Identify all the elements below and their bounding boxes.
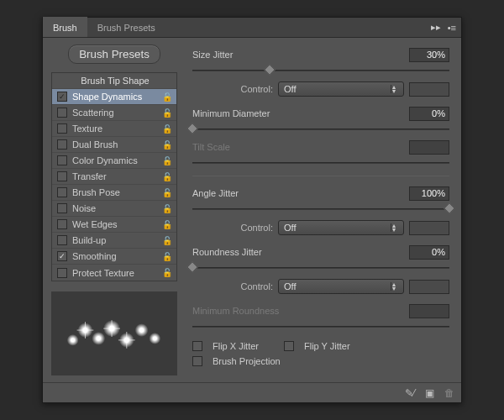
settings-column: Size Jitter30% Control:Off▴▾ Minimum Dia… — [184, 38, 461, 382]
option-protect-texture[interactable]: Protect Texture🔓 — [52, 265, 176, 281]
lock-icon[interactable]: 🔓 — [161, 252, 173, 261]
angle-jitter-slider[interactable] — [192, 203, 449, 213]
control-label: Control: — [192, 84, 273, 94]
tilt-scale-value — [409, 140, 449, 155]
control-label: Control: — [192, 281, 273, 291]
flip-x-jitter-checkbox[interactable]: Flip X Jitter — [192, 341, 259, 351]
option-shape-dynamics[interactable]: Shape Dynamics🔓 — [52, 89, 176, 105]
roundness-jitter-slider[interactable] — [192, 262, 449, 272]
size-jitter-label: Size Jitter — [192, 50, 409, 60]
tilt-scale-label: Tilt Scale — [192, 142, 409, 152]
lock-icon[interactable]: 🔓 — [161, 236, 173, 245]
option-label: Transfer — [72, 171, 107, 181]
option-transfer[interactable]: Transfer🔓 — [52, 169, 176, 185]
collapse-icon[interactable]: ▸▸ — [431, 22, 441, 33]
brush-presets-button[interactable]: Brush Presets — [68, 45, 160, 64]
lock-icon[interactable]: 🔓 — [161, 156, 173, 165]
lock-icon[interactable]: 🔓 — [161, 140, 173, 150]
size-jitter-control-select[interactable]: Off▴▾ — [278, 81, 404, 97]
brush-preview — [51, 291, 177, 375]
checkbox-icon[interactable] — [57, 92, 67, 102]
option-label: Protect Texture — [72, 268, 134, 278]
option-label: Build-up — [72, 235, 106, 245]
roundness-jitter-label: Roundness Jitter — [192, 247, 409, 257]
option-color-dynamics[interactable]: Color Dynamics🔓 — [52, 153, 176, 169]
option-wet-edges[interactable]: Wet Edges🔓 — [52, 217, 176, 233]
option-noise[interactable]: Noise🔓 — [52, 201, 176, 217]
trash-icon[interactable]: 🗑 — [444, 387, 454, 399]
checkbox-icon[interactable] — [57, 123, 67, 134]
lock-icon[interactable]: 🔓 — [161, 92, 173, 102]
svg-point-5 — [135, 323, 149, 337]
svg-point-0 — [67, 334, 79, 346]
tab-brush[interactable]: Brush — [43, 17, 87, 37]
tab-bar: Brush Brush Presets ▸▸ •≡ — [43, 18, 461, 38]
svg-point-2 — [92, 332, 105, 345]
brush-panel: Brush Brush Presets ▸▸ •≡ Brush Presets … — [42, 17, 462, 403]
toggle-preview-icon[interactable]: ✎⁄ — [405, 387, 415, 399]
panel-menu-icon[interactable]: •≡ — [448, 23, 456, 33]
checkbox-icon[interactable] — [57, 171, 67, 181]
option-label: Color Dynamics — [72, 155, 138, 165]
option-label: Scattering — [72, 108, 114, 118]
lock-icon[interactable]: 🔓 — [161, 204, 173, 213]
angle-jitter-label: Angle Jitter — [192, 188, 409, 198]
tab-brush-presets[interactable]: Brush Presets — [87, 18, 165, 37]
option-texture[interactable]: Texture🔓 — [52, 121, 176, 137]
lock-icon[interactable]: 🔓 — [161, 220, 173, 229]
roundness-jitter-value[interactable]: 0% — [409, 245, 449, 260]
flip-y-jitter-checkbox[interactable]: Flip Y Jitter — [284, 341, 350, 351]
lock-icon[interactable]: 🔓 — [161, 188, 173, 197]
checkbox-icon[interactable] — [57, 203, 67, 213]
checkbox-icon[interactable] — [57, 251, 67, 261]
size-jitter-value[interactable]: 30% — [409, 48, 449, 62]
panel-footer: ✎⁄ ▣ 🗑 — [43, 382, 461, 402]
option-label: Smoothing — [72, 251, 117, 261]
control-swatch — [409, 221, 449, 235]
checkbox-icon[interactable] — [57, 155, 67, 165]
lock-icon[interactable]: 🔓 — [161, 268, 173, 277]
min-roundness-label: Minimum Roundness — [192, 306, 409, 316]
option-label: Texture — [72, 123, 102, 134]
roundness-jitter-control-select[interactable]: Off▴▾ — [278, 279, 404, 294]
checkbox-icon[interactable] — [57, 108, 67, 118]
min-diameter-label: Minimum Diameter — [192, 108, 409, 118]
lock-icon[interactable]: 🔓 — [161, 172, 173, 181]
checkbox-icon[interactable] — [57, 268, 67, 278]
option-build-up[interactable]: Build-up🔓 — [52, 233, 176, 249]
option-label: Brush Pose — [72, 187, 120, 197]
lock-icon[interactable]: 🔓 — [161, 124, 173, 134]
brush-projection-checkbox[interactable]: Brush Projection — [192, 356, 449, 366]
checkbox-icon[interactable] — [57, 187, 67, 197]
min-roundness-slider — [192, 321, 449, 331]
checkbox-icon[interactable] — [57, 139, 67, 150]
angle-jitter-control-select[interactable]: Off▴▾ — [278, 220, 404, 235]
angle-jitter-value[interactable]: 100% — [409, 186, 449, 201]
option-label: Wet Edges — [72, 219, 118, 229]
checkbox-icon[interactable] — [57, 235, 67, 245]
min-diameter-slider[interactable] — [192, 123, 449, 134]
checkbox-icon[interactable] — [57, 219, 67, 229]
min-diameter-value[interactable]: 0% — [409, 107, 449, 121]
left-column: Brush Presets Brush Tip Shape Shape Dyna… — [43, 38, 184, 382]
control-label: Control: — [192, 223, 273, 233]
new-preset-icon[interactable]: ▣ — [425, 387, 434, 399]
option-label: Noise — [72, 203, 96, 213]
control-swatch — [409, 280, 449, 294]
lock-icon[interactable]: 🔓 — [161, 108, 173, 118]
option-brush-pose[interactable]: Brush Pose🔓 — [52, 185, 176, 201]
option-list: Brush Tip Shape Shape Dynamics🔓Scatterin… — [51, 72, 177, 281]
control-swatch — [409, 82, 449, 97]
option-smoothing[interactable]: Smoothing🔓 — [52, 249, 176, 265]
size-jitter-slider[interactable] — [192, 65, 449, 75]
tilt-scale-slider — [192, 157, 449, 167]
option-label: Shape Dynamics — [72, 92, 142, 102]
min-roundness-value — [409, 304, 449, 318]
option-label: Dual Brush — [72, 139, 118, 150]
option-dual-brush[interactable]: Dual Brush🔓 — [52, 137, 176, 153]
option-scattering[interactable]: Scattering🔓 — [52, 105, 176, 121]
option-brush-tip-shape[interactable]: Brush Tip Shape — [52, 73, 176, 89]
svg-point-6 — [149, 333, 160, 344]
